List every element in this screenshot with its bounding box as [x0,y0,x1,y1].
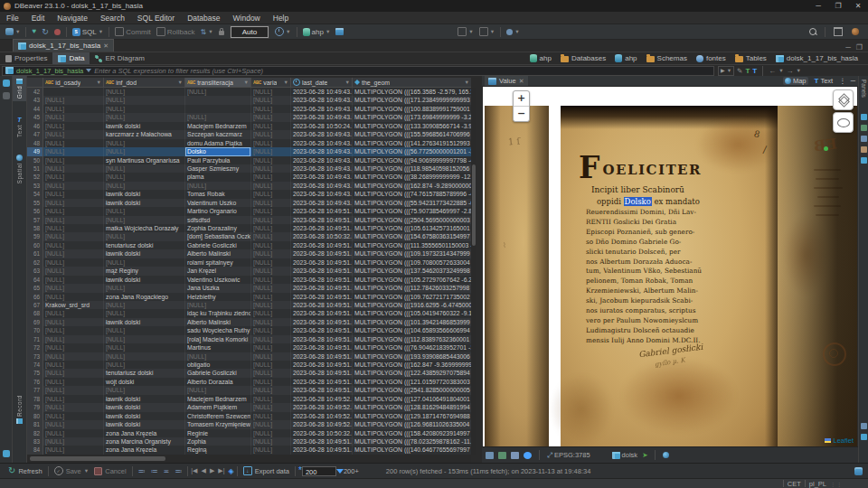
cell-last_date[interactable]: 2023-06-28 10:49:43.000 [291,139,353,147]
cell-id_osady[interactable]: [NULL] [43,216,104,224]
row-number[interactable]: 68 [27,309,43,317]
horizontal-scrollbar[interactable] [27,455,471,463]
cell-last_date[interactable]: 2023-06-28 10:50:24.000 [291,122,353,130]
grid-settings-icon[interactable] [854,467,863,475]
cell-id_osady[interactable]: [NULL] [43,224,104,232]
cell-id_osady[interactable]: [NULL] [43,105,104,113]
cell-inf_dod[interactable]: [NULL] [104,216,185,224]
cell-last_date[interactable]: 2023-06-28 10:49:51.000 [291,335,353,343]
cell-id_osady[interactable]: [NULL] [43,276,104,284]
restore-button[interactable]: ❐ [828,0,848,12]
cell-inf_dod[interactable]: [NULL] [104,105,185,113]
cell-transliteracja[interactable]: Jan Kręzel [185,267,251,275]
tab-properties[interactable]: Properties [0,52,52,64]
maximize-editor-icon[interactable]: ❐ [856,43,863,52]
panel-shortcut-3[interactable] [861,136,867,142]
cell-the_geom[interactable]: MULTIPOLYGON (((55.94231773422885 -6.529… [353,199,471,207]
cell-varia[interactable]: [NULL] [251,96,291,104]
cell-transliteracja[interactable]: Zophia [185,437,251,446]
cell-the_geom[interactable]: MULTIPOLYGON (((127.04106491804001 -4.36… [353,395,471,403]
cell-transliteracja[interactable]: sadu Woyciecha Ruthy [185,326,251,334]
cell-inf_dod[interactable]: syn Martinusa Organariusa [104,156,185,164]
refresh-button[interactable]: ↻Refresh [5,466,45,475]
cell-inf_dod[interactable]: [NULL] [104,147,185,155]
row-number[interactable]: 44 [27,105,43,113]
next-row-button[interactable]: ▶ [210,467,214,474]
cell-inf_dod[interactable]: [NULL] [104,173,185,181]
cell-inf_dod[interactable]: tenutariusz dolski [104,369,185,377]
cell-transliteracja[interactable]: domu Adama Piątka [185,139,251,147]
cell-transliteracja[interactable]: Martinus [185,343,251,352]
cell-inf_dod[interactable]: [NULL] [104,326,185,334]
row-number[interactable]: 57 [27,216,43,224]
cell-inf_dod[interactable]: ławnik dolski [104,276,185,284]
cell-inf_dod[interactable]: [NULL] [104,96,185,104]
cell-transliteracja[interactable]: Martino Organario [185,207,251,215]
row-number[interactable]: 83 [27,437,43,446]
cell-last_date[interactable]: 2023-06-28 10:49:51.000 [291,352,353,361]
cell-transliteracja[interactable]: Gasper Szmieszny [185,164,251,173]
cell-transliteracja[interactable] [185,105,251,113]
row-number[interactable]: 61 [27,249,43,258]
cell-the_geom[interactable]: MULTIPOLYGON (((193.93908685443006 -3.70… [353,352,471,361]
cell-the_geom[interactable]: MULTIPOLYGON (((38.268999999999 -12.34, … [353,173,471,181]
cell-inf_dod[interactable]: ławnik dolski [104,403,185,411]
row-number[interactable]: 72 [27,343,43,352]
cell-varia[interactable]: [NULL] [251,224,291,232]
panel-shortcut-7[interactable] [861,434,867,440]
cell-varia[interactable]: [NULL] [251,361,291,369]
row-number[interactable]: 42 [27,88,43,96]
cell-varia[interactable]: [NULL] [251,284,291,292]
cell-last_date[interactable]: 2023-06-28 10:49:52.000 [291,412,353,420]
menu-database[interactable]: Database [181,12,226,24]
export-data-button[interactable]: ↓Export data [241,466,292,475]
cell-last_date[interactable]: 2023-06-28 10:49:43.000 [291,182,353,190]
cell-the_geom[interactable]: MULTIPOLYGON (((75.907385469997 -2.89264… [353,207,471,215]
cell-last_date[interactable]: 2023-06-28 10:49:51.000 [291,378,353,386]
row-number[interactable]: 78 [27,395,43,403]
cell-inf_dod[interactable]: [NULL] [104,335,185,343]
cell-inf_dod[interactable]: ławnik dolski [104,122,185,130]
cell-inf_dod[interactable]: [NULL] [104,232,185,240]
vertical-scrollbar-thumb[interactable] [472,164,476,246]
menu-window[interactable]: Window [227,12,267,24]
cell-the_geom[interactable]: MULTIPOLYGON (((141.27634191512993 -7.78… [353,139,471,147]
side-tab-grid[interactable]: Grid [13,76,26,101]
connection-combo[interactable]: ahp▼ [300,28,334,36]
menu-navigate[interactable]: Navigate [51,12,94,24]
breadcrumb-dolsk_1_17_bis_hasla[interactable]: dolsk_1_17_bis_hasla [773,54,861,62]
history-forward-icon[interactable]: → [787,67,794,75]
cell-id_osady[interactable]: [NULL] [43,173,104,181]
column-header-varia[interactable]: ABCvaria▼ [251,78,291,88]
panel-shortcut-5[interactable] [861,157,867,164]
breadcrumb-tables[interactable]: Tables [732,54,769,62]
cell-varia[interactable]: [NULL] [251,241,291,249]
cell-varia[interactable]: [NULL] [251,105,291,113]
row-number[interactable]: 77 [27,386,43,394]
minimize-button[interactable]: ─ [808,0,828,12]
panel-toggle-icon[interactable] [3,80,10,87]
cell-id_osady[interactable]: Krakow_srd_srd [43,301,104,309]
cell-id_osady[interactable]: [NULL] [43,156,104,164]
row-number[interactable]: 43 [27,96,43,104]
row-number[interactable]: 63 [27,267,43,275]
row-number[interactable]: 52 [27,173,43,181]
cell-transliteracja[interactable]: Tomasem Krzymięniewski [185,420,251,428]
cell-transliteracja[interactable]: sdfsdfsd [185,216,251,224]
cell-last_date[interactable]: 2023-06-28 10:49:51.000 [291,207,353,215]
cell-the_geom[interactable]: MULTIPOLYGON (((155.59685614706996 -11.1… [353,130,471,138]
cell-id_osady[interactable]: [NULL] [43,386,104,394]
cell-the_geom[interactable]: MULTIPOLYGON (((104.65893566606994 -9.52… [353,326,471,334]
cell-last_date[interactable]: 2023-06-28 10:49:43.000 [291,96,353,104]
cell-transliteracja[interactable]: Maciejem Bednarzem [185,395,251,403]
cell-varia[interactable]: [NULL] [251,335,291,343]
cell-varia[interactable]: [NULL] [251,156,291,164]
cell-the_geom[interactable]: MULTIPOLYGON (((111.35556501150003 -5.30… [353,241,471,249]
cell-the_geom[interactable]: MULTIPOLYGON (((2541.8285000000005 -3.53… [353,386,471,394]
cell-last_date[interactable]: 2023-06-28 10:49:51.000 [291,343,353,352]
cell-varia[interactable]: [NULL] [251,207,291,215]
cell-inf_dod[interactable]: [NULL] [104,182,185,190]
cell-last_date[interactable]: 2023-06-28 10:49:43.000 [291,147,353,155]
cell-id_osady[interactable]: [NULL] [43,199,104,207]
zoom-in-button[interactable]: + [514,91,529,107]
